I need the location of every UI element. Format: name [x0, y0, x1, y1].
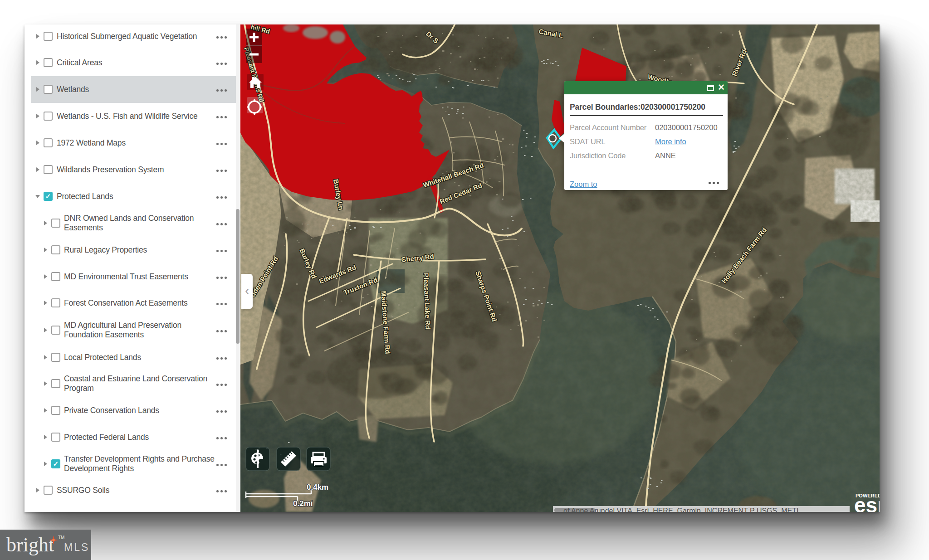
svg-text:esri: esri — [854, 493, 880, 512]
svg-text:of Anne Arundel VITA, Esri, HE: of Anne Arundel VITA, Esri, HERE, Garmin… — [563, 507, 798, 512]
svg-text:0.2mi: 0.2mi — [293, 499, 313, 508]
svg-text:0.4km: 0.4km — [307, 483, 328, 492]
